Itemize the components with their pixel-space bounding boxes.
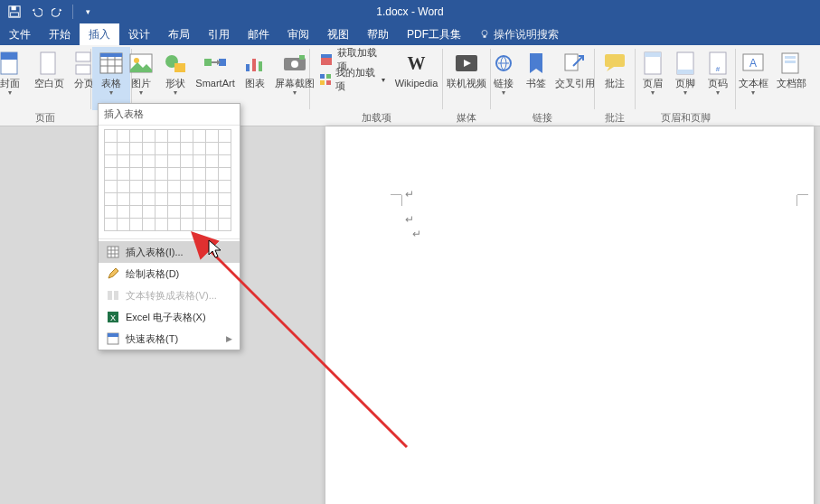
document-page[interactable]: ↵ ↵ ↵ — [325, 126, 814, 504]
footer-icon — [673, 51, 698, 76]
group-headerfooter: 页眉 ▾ 页脚 ▾ # 页码 ▾ 页眉和页脚 — [636, 45, 735, 126]
tab-file[interactable]: 文件 — [0, 23, 40, 45]
tab-review[interactable]: 审阅 — [278, 23, 318, 45]
tab-pdf[interactable]: PDF工具集 — [398, 23, 470, 45]
textbox-icon: A — [740, 51, 766, 76]
quick-tables-menu-item[interactable]: 快速表格(T) ▶ — [99, 328, 240, 350]
wikipedia-button[interactable]: W Wikipedia — [394, 47, 438, 110]
svg-rect-1 — [12, 6, 16, 10]
quick-tables-label: 快速表格(T) — [126, 332, 178, 346]
tab-help[interactable]: 帮助 — [358, 23, 398, 45]
tab-references[interactable]: 引用 — [199, 23, 239, 45]
excel-icon: X — [106, 310, 120, 324]
tab-home[interactable]: 开始 — [40, 23, 80, 45]
link-icon — [491, 51, 516, 76]
margin-corner-tr — [792, 179, 808, 195]
table-grid-picker[interactable] — [99, 126, 240, 237]
chart-label: 图表 — [245, 78, 265, 89]
qat-customize-button[interactable]: ▾ — [79, 3, 97, 21]
pagenum-label: 页码 — [708, 78, 728, 89]
my-addins-button[interactable]: 我的加载项 ▾ — [314, 70, 391, 89]
svg-rect-49 — [108, 247, 118, 257]
save-button[interactable] — [5, 3, 24, 21]
online-video-button[interactable]: 联机视频 — [444, 47, 489, 110]
window-title: 1.docx - Word — [376, 5, 443, 18]
bulb-icon — [479, 29, 490, 40]
group-addins: 获取加载项 我的加载项 ▾ W Wikipedia 加载项 — [310, 45, 442, 126]
svg-text:#: # — [716, 65, 721, 73]
footer-label: 页脚 — [675, 78, 695, 89]
svg-rect-24 — [259, 61, 262, 71]
svg-point-17 — [134, 58, 139, 63]
tab-view[interactable]: 视图 — [318, 23, 358, 45]
group-media-label: 媒体 — [443, 109, 490, 126]
pictures-label: 图片 — [131, 78, 151, 89]
tab-design[interactable]: 设计 — [119, 23, 159, 45]
comment-icon — [602, 51, 627, 76]
group-addins-label: 加载项 — [310, 109, 442, 126]
bookmark-button[interactable]: 书签 — [521, 47, 551, 110]
svg-rect-29 — [321, 54, 332, 58]
svg-rect-20 — [204, 59, 212, 66]
tell-me-search[interactable]: 操作说明搜索 — [470, 23, 568, 45]
pagenum-button[interactable]: # 页码 ▾ — [702, 47, 733, 110]
header-button[interactable]: 页眉 ▾ — [637, 47, 668, 110]
group-text: A 文本框 ▾ 文档部 — [736, 45, 808, 126]
svg-rect-8 — [76, 52, 90, 61]
svg-rect-59 — [108, 333, 118, 337]
redo-button[interactable] — [49, 3, 67, 21]
chart-button[interactable]: 图表 — [239, 47, 271, 110]
svg-rect-15 — [100, 53, 122, 57]
link-button[interactable]: 链接 ▾ — [488, 47, 519, 110]
submenu-arrow-icon: ▶ — [226, 334, 232, 343]
insert-table-menu-item[interactable]: 插入表格(I)... — [99, 241, 240, 263]
paragraph-mark: ↵ — [405, 188, 414, 201]
table-dropdown: 插入表格 插入表格(I)... 绘制表格(D) 文本转换成表格(V)... X … — [98, 103, 240, 350]
smartart-button[interactable]: SmartArt — [193, 47, 237, 110]
pictures-icon — [128, 51, 154, 76]
svg-rect-27 — [299, 55, 305, 60]
wikipedia-label: Wikipedia — [395, 78, 438, 89]
crossref-label: 交叉引用 — [555, 78, 595, 89]
svg-rect-41 — [677, 70, 693, 74]
comment-label: 批注 — [605, 78, 625, 89]
group-pages: 封面 ▾ 空白页 分页 页面 — [0, 45, 90, 126]
bookmark-label: 书签 — [526, 78, 546, 89]
undo-button[interactable] — [27, 3, 45, 21]
svg-rect-54 — [108, 291, 112, 300]
svg-rect-30 — [320, 74, 325, 79]
excel-label: Excel 电子表格(X) — [126, 311, 206, 324]
svg-text:A: A — [749, 57, 757, 70]
textbox-button[interactable]: A 文本框 ▾ — [735, 47, 771, 110]
draw-table-menu-item[interactable]: 绘制表格(D) — [99, 263, 240, 285]
group-comments: 批注 批注 — [595, 45, 635, 126]
blank-page-button[interactable]: 空白页 — [31, 47, 67, 110]
tab-insert[interactable]: 插入 — [80, 23, 119, 45]
convert-text-menu-item: 文本转换成表格(V)... — [99, 285, 240, 306]
svg-point-3 — [482, 31, 487, 36]
tab-layout[interactable]: 布局 — [159, 23, 199, 45]
comment-button[interactable]: 批注 — [597, 47, 633, 110]
shapes-button[interactable]: 形状 ▾ — [159, 47, 192, 110]
insert-table-icon — [106, 245, 120, 259]
group-comments-label: 批注 — [595, 109, 635, 126]
footer-button[interactable]: 页脚 ▾ — [670, 47, 701, 110]
table-icon — [99, 51, 124, 76]
svg-text:X: X — [110, 313, 116, 322]
video-icon — [454, 51, 479, 76]
group-pages-label: 页面 — [0, 109, 90, 126]
shapes-icon — [163, 51, 188, 76]
pictures-button[interactable]: 图片 ▾ — [125, 47, 157, 110]
excel-spreadsheet-menu-item[interactable]: X Excel 电子表格(X) — [99, 306, 240, 328]
tab-mailings[interactable]: 邮件 — [239, 23, 278, 45]
svg-rect-39 — [645, 52, 661, 57]
textbox-label: 文本框 — [739, 78, 768, 89]
convert-icon — [106, 288, 120, 303]
smartart-label: SmartArt — [195, 78, 234, 89]
quickparts-button[interactable]: 文档部 — [773, 47, 809, 110]
crossref-button[interactable]: 交叉引用 — [553, 47, 597, 110]
group-links: 链接 ▾ 书签 交叉引用 链接 — [491, 45, 594, 126]
cover-page-button[interactable]: 封面 ▾ — [0, 47, 29, 110]
tell-me-label: 操作说明搜索 — [494, 27, 559, 42]
svg-rect-28 — [321, 57, 332, 65]
